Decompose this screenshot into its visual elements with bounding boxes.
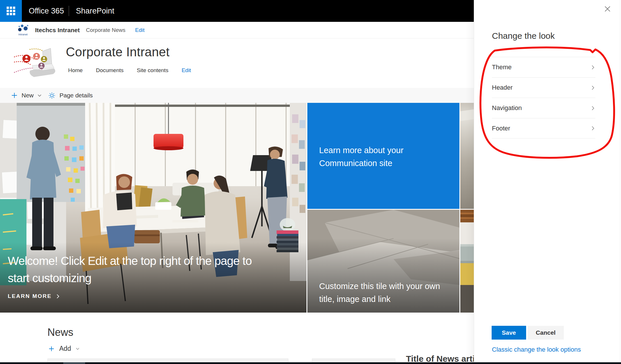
chevron-right-icon [591,65,595,70]
learn-more-label: LEARN MORE [8,293,52,299]
gear-icon [48,92,56,99]
option-navigation[interactable]: Navigation [492,98,595,118]
option-header[interactable]: Header [492,77,595,98]
site-header: Intranet Itechcs Intranet Corporate News… [0,22,474,38]
sharepoint-link[interactable]: SharePoint [76,0,114,22]
hero-side-image-top [460,103,474,209]
site-title-section: Corporate Intranet Home Documents Site c… [0,38,474,88]
option-theme-label: Theme [492,63,511,71]
customize-tile[interactable]: Customize this tile with your owntitle, … [307,210,459,313]
site-logo-icon [17,24,29,32]
chevron-right-icon [591,85,595,90]
page-details-label: Page details [60,92,93,99]
close-icon [604,5,611,13]
breadcrumb[interactable]: Corporate News [86,22,125,38]
app-launcher-button[interactable] [0,0,22,22]
customize-tile-text: Customize this tile with your owntitle, … [319,280,440,306]
bottom-window-strip [0,362,621,364]
site-logo-image [14,47,57,77]
learn-more-link[interactable]: LEARN MORE [8,293,60,299]
panel-title: Change the look [492,31,555,41]
option-theme[interactable]: Theme [492,57,595,77]
new-button[interactable]: New [11,88,42,103]
page-details-button[interactable]: Page details [48,88,93,103]
cancel-button[interactable]: Cancel [528,326,564,340]
news-add-button[interactable]: Add [48,345,80,353]
chevron-right-icon [591,126,595,131]
suite-bar-divider [69,6,69,16]
site-logo-small[interactable]: Intranet [17,24,29,36]
new-button-label: New [22,92,34,99]
hero-section: Welcome! Click Edit at the top right of … [0,103,474,313]
news-section: News Add Title of News article [0,313,474,364]
save-button[interactable]: Save [492,326,526,340]
waffle-icon [7,7,9,9]
nav-item-site-contents[interactable]: Site contents [137,67,168,74]
office365-link[interactable]: Office 365 [29,0,64,22]
page-title: Corporate Intranet [66,45,170,59]
hero-photo-tile: Welcome! Click Edit at the top right of … [0,103,306,313]
sharepoint-window: Office 365 SharePoint Intranet Itechcs I… [0,0,621,364]
chevron-down-icon [76,347,80,351]
nav-edit-link[interactable]: Edit [182,67,191,74]
panel-scrollbar-track [620,0,620,364]
nav-item-documents[interactable]: Documents [96,67,124,74]
option-footer-label: Footer [492,125,510,132]
news-heading: News [47,326,73,338]
option-header-label: Header [492,84,513,91]
nav-item-home[interactable]: Home [68,67,83,74]
hero-side-image-bottom [460,210,474,313]
command-bar: New Page details [0,88,474,103]
communication-site-tile[interactable]: Learn more about yourCommunication site [307,103,459,209]
chevron-down-icon [37,93,42,98]
site-nav: Home Documents Site contents Edit [68,67,191,74]
close-panel-button[interactable] [603,5,612,13]
option-navigation-label: Navigation [492,104,522,112]
welcome-text: Welcome! Click Edit at the top right of … [8,252,252,287]
plus-icon [48,346,55,352]
option-footer[interactable]: Footer [492,118,595,138]
communication-tile-text: Learn more about yourCommunication site [319,144,403,170]
scrollbar-thumb[interactable] [63,362,85,364]
site-logo-caption: Intranet [17,33,29,36]
chevron-right-icon [56,294,60,299]
classic-options-link[interactable]: Classic change the look options [492,346,581,353]
chevron-right-icon [591,106,595,111]
site-name-link[interactable]: Itechcs Intranet [35,22,80,38]
plus-icon [11,92,18,99]
header-edit-link[interactable]: Edit [135,22,145,38]
look-options-list: Theme Header Navigation Footer [492,57,595,138]
change-the-look-panel: Change the look Theme Header Navigation [474,0,621,364]
suite-bar: Office 365 SharePoint [0,0,474,22]
news-add-label: Add [59,345,71,353]
